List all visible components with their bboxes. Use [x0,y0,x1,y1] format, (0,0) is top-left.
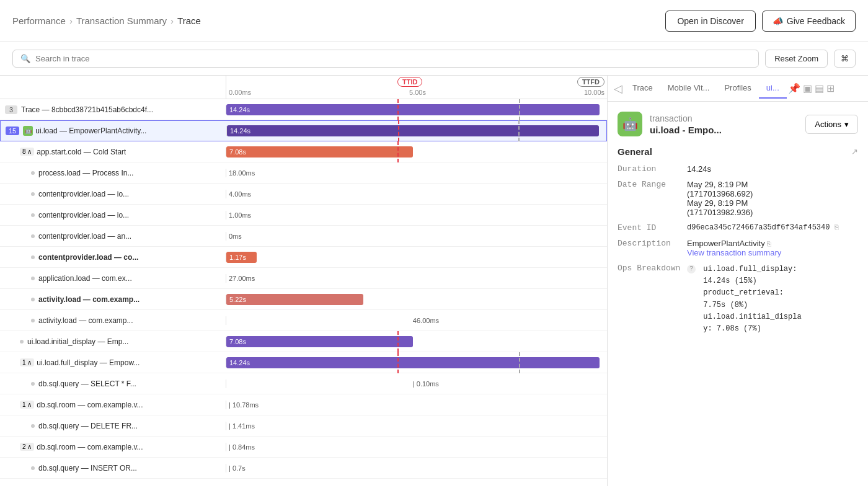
timeline-header: TTID TTFD 0.00ms 5.00s 10.00s [0,76,607,99]
table-row[interactable]: activity.load — com.examp... 46.00ms [0,310,607,331]
view-transaction-summary-link[interactable]: View transaction summary [687,248,781,257]
date-range-field: Date Range May 29, 8:19 PM (1717013968.6… [618,180,858,217]
breadcrumb-trace: Trace [177,16,201,26]
table-row[interactable]: contentprovider.load — io... 4.00ms [0,184,607,205]
tree-cell: db.sql.query — DELETE FR... [0,422,226,430]
reset-zoom-button[interactable]: Reset Zoom [765,50,828,68]
row-label: ui.load — EmpowerPlantActivity... [35,126,146,135]
duration-value: 14.24s [687,164,858,174]
table-row[interactable]: db.sql.query — INSERT OR... | 0.7s [0,458,607,479]
date-range-label: Date Range [618,180,680,217]
bar-label: | 0.84ms [229,443,255,451]
bar-cell: | 0.7s [226,458,607,479]
ops-help-icon[interactable]: ? [687,265,696,273]
table-row[interactable]: 2 ∧ db.sql.room — com.example.v... | 0.8… [0,437,607,458]
row-label: contentprovider.load — co... [38,253,138,262]
event-id-label: Event ID [618,223,680,233]
tree-column-header [0,76,226,99]
breadcrumb: Performance › Transaction Summary › Trac… [12,16,201,26]
table-row[interactable]: activity.load — com.examp... 5.22s [0,289,607,310]
table-row[interactable]: 8 ∧ app.start.cold — Cold Start 7.08s [0,141,607,162]
table-row[interactable]: contentprovider.load — io... 1.00ms [0,205,607,226]
nav-left-icon[interactable]: ◁ [614,82,622,95]
description-text: EmpowerPlantActivity [687,239,765,248]
row-label: db.sql.query — INSERT OR... [38,464,137,472]
expand-button[interactable]: 8 ∧ [20,148,34,156]
date-range-date2: May 29, 8:19 PM [687,198,748,208]
bar-cell: 27.00ms [226,268,607,289]
search-icon: 🔍 [20,54,30,63]
tree-cell: db.sql.query — INSERT OR... [0,464,226,472]
transaction-type: transaction [650,113,722,123]
row-label: ui.load.initial_display — Emp... [27,337,128,346]
row-label: db.sql.query — DELETE FR... [38,422,138,430]
trace-bar: 14.24s [226,357,600,368]
table-row[interactable]: db.sql.query — SELECT * F... | 0.10ms [0,373,607,394]
tree-dot [31,213,35,217]
give-feedback-label: Give Feedback [787,16,845,26]
layout-icon-1[interactable]: ▣ [803,82,812,94]
tree-dot [20,340,24,344]
layout-icon-2[interactable]: ▤ [815,82,824,94]
table-row[interactable]: db.sql.query — DELETE FR... | 1.41ms [0,415,607,437]
android-icon: 🤖 [23,126,33,136]
search-input-wrap[interactable]: 🔍 [12,50,759,68]
tree-cell: ui.load.initial_display — Emp... [0,337,226,346]
bar-cell: 4.00ms [226,184,607,205]
row-label: activity.load — com.examp... [38,316,133,325]
tree-cell: 8 ∧ app.start.cold — Cold Start [0,148,226,156]
trace-bar: 7.08s [226,336,413,347]
right-panel-tabs: ◁ Trace Mobile Vit... Profiles ui... 📌 ▣… [608,76,868,102]
bar-label: 4.00ms [229,190,251,198]
time-column-header: TTID TTFD 0.00ms 5.00s 10.00s [226,76,607,99]
row-label: db.sql.room — com.example.v... [37,401,143,409]
expand-button[interactable]: 1 ∧ [20,358,34,366]
header-actions: Open in Discover 📣 Give Feedback [665,11,856,32]
tree-cell: activity.load — com.examp... [0,295,226,304]
ops-breakdown-field: Ops Breakdown ? ui.load.full_display:14.… [618,264,858,335]
open-in-discover-button[interactable]: Open in Discover [665,11,755,32]
copy-description-icon[interactable]: ⎘ [767,240,771,247]
trace-panel: TTID TTFD 0.00ms 5.00s 10.00s 3 Trace — … [0,76,608,486]
bar-label: | 0.10ms [413,380,439,388]
time-mark-10: 10.00s [584,89,604,96]
tree-dot [31,192,35,196]
table-row[interactable]: application.load — com.ex... 27.00ms [0,268,607,289]
table-row[interactable]: ui.load.initial_display — Emp... 7.08s [0,331,607,352]
expand-button[interactable]: 2 ∧ [20,443,34,451]
table-row[interactable]: 1 ∧ db.sql.room — com.example.v... | 10.… [0,394,607,415]
breadcrumb-performance[interactable]: Performance [12,16,66,26]
tab-ui[interactable]: ui... [759,78,787,99]
tree-cell: activity.load — com.examp... [0,316,226,325]
layout-icon-3[interactable]: ⊞ [826,82,835,94]
bar-label: | 1.41ms [229,422,255,430]
transaction-info: transaction ui.load - Empo... [650,113,722,135]
trace-bar: 5.22s [226,294,363,305]
bar-label: | 0.7s [229,464,246,472]
actions-button[interactable]: Actions ▾ [805,115,858,134]
bar-cell: 0ms [226,226,607,247]
row-label: process.load — Process In... [38,169,133,177]
bar-label: | 10.78ms [229,401,259,409]
tab-profiles[interactable]: Profiles [717,78,758,99]
row-label: Trace — 8cbbcd38721b415ab6cbdc4f... [21,105,153,114]
search-input[interactable] [35,54,751,63]
tab-mobile-vit[interactable]: Mobile Vit... [660,78,717,99]
ops-breakdown-value: ui.load.full_display:14.24s (15%)product… [703,264,801,335]
external-link-icon[interactable]: ↗ [851,147,858,156]
keyboard-shortcut-button[interactable]: ⌘ [834,50,856,68]
expand-button[interactable]: 1 ∧ [20,401,34,409]
table-row[interactable]: contentprovider.load — co... 1.17s [0,247,607,268]
give-feedback-button[interactable]: 📣 Give Feedback [762,11,856,32]
table-row[interactable]: process.load — Process In... 18.00ms [0,162,607,184]
table-row[interactable]: 3 Trace — 8cbbcd38721b415ab6cbdc4f... 14… [0,99,607,120]
table-row[interactable]: contentprovider.load — an... 0ms [0,226,607,247]
table-row[interactable]: 15 🤖 ui.load — EmpowerPlantActivity... 1… [0,120,607,141]
tab-trace[interactable]: Trace [625,78,660,99]
breadcrumb-transaction-summary[interactable]: Transaction Summary [76,16,167,26]
table-row[interactable]: 1 ∧ ui.load.full_display — Empow... 14.2… [0,352,607,373]
copy-icon[interactable]: ⎘ [835,224,839,231]
trace-bar: 14.24s [226,104,600,115]
pin-icon[interactable]: 📌 [788,82,800,94]
bar-label: 27.00ms [229,275,255,282]
